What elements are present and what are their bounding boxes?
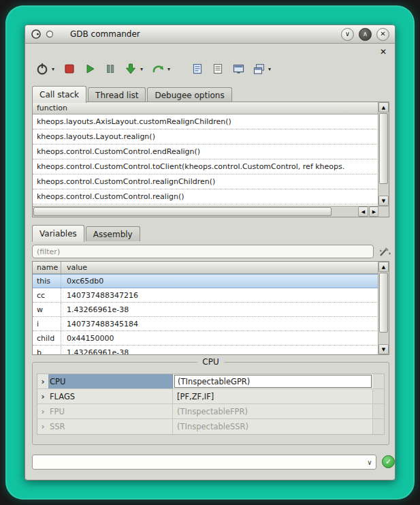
- expander-icon[interactable]: ›: [37, 419, 48, 434]
- callstack-hscrollbar[interactable]: ◀ ▶: [33, 206, 379, 217]
- frame-text: kheops.control.CustomControl.realignChil…: [37, 177, 215, 186]
- frame-text: kheops.layouts.Layout.realign(): [37, 132, 155, 141]
- grid-gutter: [373, 374, 384, 388]
- run-button[interactable]: [82, 61, 97, 77]
- callstack-row[interactable]: kheops.control.CustomControl.realign(): [33, 189, 378, 204]
- tab-debugee-options[interactable]: Debugee options: [147, 87, 231, 102]
- scroll-down-button[interactable]: ▼: [378, 344, 389, 354]
- frame-text: kheops.control.CustomControl.endRealign(…: [37, 147, 200, 156]
- tab-label: Call stack: [39, 90, 79, 100]
- combo-dropdown-button[interactable]: ∨: [364, 459, 376, 466]
- callstack-vscrollbar[interactable]: ▲ ▼: [378, 102, 389, 206]
- variable-name: child: [33, 334, 61, 343]
- variables-header: name value: [33, 262, 378, 274]
- register-group-value: (TInspectableFPR): [173, 404, 373, 418]
- hscroll-thumb[interactable]: [33, 207, 332, 216]
- variables-list: this 0xc65db0 cc 140737488347216 w 1.432…: [33, 274, 378, 355]
- variables-vscrollbar[interactable]: ▲ ▼: [378, 262, 389, 354]
- window-title: GDB commander: [70, 29, 140, 39]
- column-function[interactable]: function: [37, 102, 67, 114]
- window-menu-icon[interactable]: [46, 30, 54, 38]
- step-over-button[interactable]: [150, 61, 165, 77]
- cpu-row-flags[interactable]: › FLAGS [PF,ZF,IF]: [37, 389, 384, 404]
- window-buttons: ∨ ∧ ✕: [341, 28, 389, 41]
- step-over-dropdown[interactable]: ▾: [165, 66, 172, 72]
- callstack-header: function: [33, 102, 378, 114]
- column-value[interactable]: value: [61, 262, 87, 273]
- variable-name: b: [33, 348, 61, 356]
- app-icon: [31, 29, 42, 40]
- variable-row[interactable]: cc 140737488347216: [33, 288, 378, 303]
- command-combobox[interactable]: ∨: [32, 455, 376, 470]
- windows-button[interactable]: [251, 61, 266, 77]
- pause-button[interactable]: [103, 61, 118, 77]
- check-icon: ✓: [385, 457, 391, 466]
- chevron-down-icon: ▾: [140, 66, 143, 72]
- variable-row[interactable]: i 140737488345184: [33, 317, 378, 331]
- register-group-value: [PF,ZF,IF]: [173, 389, 373, 403]
- list-button[interactable]: [210, 61, 225, 77]
- variable-name: i: [33, 320, 61, 328]
- callstack-row[interactable]: kheops.layouts.AxisLayout.customRealignC…: [33, 114, 378, 129]
- tab-thread-list[interactable]: Thread list: [88, 87, 146, 102]
- tab-call-stack[interactable]: Call stack: [32, 86, 86, 103]
- expander-icon[interactable]: ›: [37, 374, 48, 388]
- callstack-row[interactable]: kheops.control.CustomControl.endRealign(…: [33, 144, 378, 159]
- filter-input[interactable]: [32, 245, 374, 258]
- vscroll-thumb[interactable]: [379, 113, 388, 184]
- scroll-up-button[interactable]: ▲: [378, 262, 389, 272]
- variable-row-selected[interactable]: this 0xc65db0: [33, 274, 378, 288]
- callstack-row[interactable]: kheops.control.CustomControl.realignChil…: [33, 174, 378, 189]
- ok-button[interactable]: ✓: [382, 455, 395, 468]
- clean-filter-button[interactable]: [378, 245, 391, 258]
- cpu-groupbox-title: CPU: [197, 357, 224, 367]
- stop-button[interactable]: [62, 61, 77, 77]
- expander-icon[interactable]: ›: [37, 404, 48, 418]
- panel-close-button[interactable]: ✕: [378, 47, 388, 57]
- cpu-row-cpu[interactable]: › CPU: [37, 374, 384, 389]
- panel-close-icon: ✕: [380, 47, 387, 57]
- titlebar[interactable]: GDB commander ∨ ∧ ✕: [25, 25, 395, 44]
- gdb-commander-window: GDB commander ∨ ∧ ✕ ✕ ▾: [25, 25, 395, 480]
- stop-icon: [63, 63, 76, 75]
- monitor-button[interactable]: [231, 61, 246, 77]
- step-into-dropdown[interactable]: ▾: [138, 66, 145, 72]
- register-group-value-field[interactable]: [174, 375, 372, 388]
- windows-dropdown[interactable]: ▾: [266, 66, 273, 72]
- scroll-down-icon: ▼: [382, 347, 385, 352]
- variable-row[interactable]: b 1.43266961e-38: [33, 346, 378, 355]
- command-input[interactable]: [33, 455, 364, 469]
- power-dropdown[interactable]: ▾: [50, 66, 56, 72]
- scroll-left-button[interactable]: ◀: [358, 206, 368, 217]
- variable-row[interactable]: w 1.43266961e-38: [33, 303, 378, 317]
- close-button[interactable]: ✕: [376, 28, 389, 41]
- chevron-down-icon: ∨: [367, 459, 372, 466]
- shade-icon: ∨: [345, 31, 350, 37]
- step-into-button[interactable]: [123, 61, 138, 77]
- variable-row[interactable]: child 0x44150000: [33, 331, 378, 346]
- list-icon: [212, 63, 224, 75]
- maximize-button[interactable]: ∧: [359, 28, 372, 41]
- document-button[interactable]: [190, 61, 205, 77]
- column-name[interactable]: name: [33, 262, 61, 273]
- tab-variables[interactable]: Variables: [32, 225, 84, 242]
- power-button[interactable]: [35, 61, 50, 77]
- variable-value: 140737488345184: [61, 317, 378, 331]
- scroll-down-button[interactable]: ▼: [378, 196, 389, 206]
- cpu-row-fpu[interactable]: › FPU (TInspectableFPR): [37, 404, 384, 419]
- callstack-row[interactable]: kheops.layouts.Layout.realign(): [33, 129, 378, 144]
- frame-text: kheops.control.CustomControl.realign(): [37, 192, 184, 201]
- document-icon: [191, 63, 204, 75]
- debug-toolbar: ▾ ▾: [35, 59, 273, 78]
- scroll-up-button[interactable]: ▲: [378, 102, 389, 112]
- variable-value: 1.43266961e-38: [61, 346, 378, 355]
- tab-assembly[interactable]: Assembly: [86, 226, 140, 241]
- expander-icon[interactable]: ›: [37, 389, 48, 403]
- shade-button[interactable]: ∨: [341, 28, 354, 41]
- vscroll-thumb[interactable]: [379, 273, 388, 333]
- callstack-row[interactable]: kheops.control.CustomControl.toClient(kh…: [33, 159, 378, 174]
- maximize-icon: ∧: [363, 31, 368, 37]
- variable-name: w: [33, 305, 61, 314]
- cpu-grid: › CPU › FLAGS [PF,ZF,IF] › FPU (TInspect…: [37, 373, 385, 435]
- cpu-row-ssr[interactable]: › SSR (TInspectableSSR): [37, 419, 384, 434]
